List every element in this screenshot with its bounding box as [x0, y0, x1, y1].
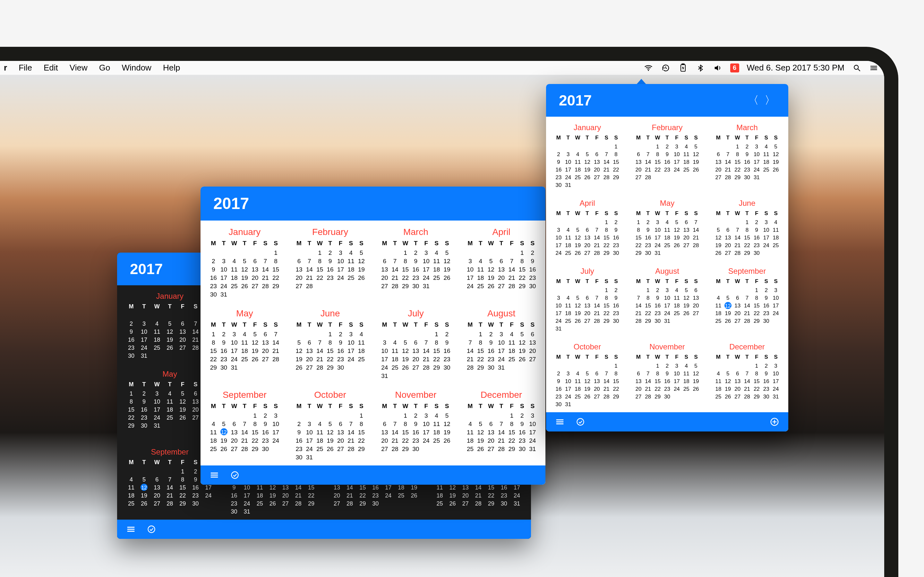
day-cell[interactable]: 7 [643, 370, 653, 378]
day-cell[interactable]: 3 [672, 362, 682, 370]
day-cell[interactable] [442, 372, 452, 380]
day-cell[interactable]: 3 [421, 249, 431, 257]
day-cell[interactable]: 20 [583, 242, 592, 250]
day-cell[interactable]: 13 [330, 484, 343, 492]
day-cell[interactable] [527, 364, 538, 372]
day-cell[interactable]: 16 [761, 378, 771, 385]
day-cell[interactable] [634, 287, 643, 294]
day-cell[interactable]: 25 [395, 492, 407, 500]
day-cell[interactable]: 5 [691, 362, 701, 370]
day-cell[interactable]: 12 [400, 347, 410, 355]
menu-icon[interactable] [126, 524, 136, 535]
day-cell[interactable]: 18 [475, 274, 486, 282]
day-cell[interactable]: 8 [400, 257, 410, 266]
day-cell[interactable]: 11 [125, 484, 137, 492]
day-cell[interactable]: 4 [682, 143, 691, 151]
day-cell[interactable]: 3 [380, 338, 390, 347]
day-cell[interactable]: 15 [431, 347, 441, 355]
day-cell[interactable]: 10 [241, 484, 254, 492]
day-cell[interactable]: 16 [662, 158, 672, 166]
day-cell[interactable]: 25 [208, 445, 218, 453]
day-cell[interactable]: 29 [517, 282, 527, 290]
day-cell[interactable]: 7 [592, 226, 602, 234]
day-cell[interactable]: 8 [325, 338, 335, 347]
day-cell[interactable]: 22 [733, 166, 742, 174]
day-cell[interactable] [239, 412, 250, 420]
day-cell[interactable]: 11 [356, 338, 367, 347]
menu-icon[interactable] [209, 470, 220, 480]
day-cell[interactable]: 15 [742, 234, 752, 242]
day-cell[interactable]: 2 [653, 287, 662, 294]
day-cell[interactable]: 8 [176, 476, 189, 484]
day-cell[interactable]: 29 [752, 318, 761, 325]
day-cell[interactable]: 4 [239, 330, 250, 338]
day-cell[interactable]: 14 [346, 428, 356, 437]
day-cell[interactable] [564, 143, 573, 151]
day-cell[interactable]: 10 [564, 158, 573, 166]
day-cell[interactable]: 4 [475, 257, 486, 266]
day-cell[interactable]: 12 [250, 338, 260, 347]
day-cell[interactable]: 28 [421, 364, 431, 372]
day-cell[interactable] [496, 249, 506, 257]
day-cell[interactable]: 30 [218, 364, 229, 372]
day-cell[interactable]: 5 [176, 390, 189, 398]
day-cell[interactable]: 27 [380, 445, 390, 453]
day-cell[interactable] [356, 282, 367, 290]
day-cell[interactable]: 11 [465, 428, 475, 437]
day-cell[interactable]: 18 [431, 428, 441, 437]
day-cell[interactable]: 21 [292, 492, 305, 500]
day-cell[interactable]: 4 [714, 294, 723, 302]
day-cell[interactable]: 6 [583, 226, 592, 234]
day-cell[interactable]: 21 [270, 347, 281, 355]
day-cell-today[interactable]: 12 [141, 484, 148, 491]
day-cell[interactable]: 13 [634, 378, 643, 385]
day-cell[interactable] [407, 500, 420, 508]
day-cell[interactable]: 13 [335, 428, 346, 437]
day-cell[interactable] [475, 249, 486, 257]
day-cell[interactable]: 31 [421, 282, 431, 290]
day-cell[interactable]: 2 [742, 143, 752, 151]
day-cell[interactable]: 12 [583, 378, 592, 385]
day-cell[interactable]: 5 [137, 476, 150, 484]
day-cell[interactable]: 21 [643, 166, 653, 174]
day-cell[interactable]: 31 [304, 453, 314, 462]
day-cell[interactable]: 14 [496, 428, 506, 437]
day-cell[interactable]: 8 [611, 370, 621, 378]
day-cell[interactable] [592, 181, 602, 189]
day-cell[interactable]: 3 [421, 412, 431, 420]
day-cell[interactable]: 26 [723, 393, 733, 401]
day-cell[interactable]: 19 [573, 242, 583, 250]
day-cell[interactable]: 22 [507, 437, 517, 445]
day-cell-today[interactable]: 12 [220, 428, 228, 435]
day-cell[interactable]: 16 [294, 437, 304, 445]
day-cell[interactable] [682, 393, 691, 401]
day-cell[interactable]: 24 [421, 274, 431, 282]
day-cell[interactable]: 2 [662, 362, 672, 370]
day-cell[interactable]: 17 [496, 347, 506, 355]
day-cell[interactable]: 11 [475, 266, 486, 274]
day-cell[interactable]: 21 [343, 492, 356, 500]
day-cell[interactable]: 23 [137, 414, 150, 422]
day-cell[interactable]: 21 [602, 166, 611, 174]
day-cell[interactable]: 27 [260, 355, 270, 364]
day-cell[interactable]: 23 [369, 492, 382, 500]
day-cell[interactable]: 24 [496, 355, 506, 364]
day-cell[interactable]: 22 [325, 355, 335, 364]
battery-icon[interactable] [678, 63, 688, 73]
day-cell[interactable]: 21 [742, 385, 752, 393]
day-cell[interactable]: 10 [771, 294, 780, 302]
day-cell[interactable]: 1 [125, 390, 137, 398]
day-cell[interactable] [239, 249, 250, 257]
day-cell[interactable] [335, 453, 346, 462]
day-cell[interactable]: 18 [507, 347, 517, 355]
day-cell[interactable]: 28 [691, 242, 701, 250]
day-cell[interactable] [411, 372, 421, 380]
day-cell[interactable]: 3 [554, 226, 564, 234]
day-cell[interactable]: 21 [643, 385, 653, 393]
day-cell[interactable]: 29 [602, 250, 611, 257]
day-cell[interactable]: 24 [218, 282, 229, 290]
day-cell[interactable]: 17 [229, 347, 239, 355]
day-cell[interactable]: 15 [475, 347, 486, 355]
day-cell[interactable]: 7 [315, 338, 325, 347]
day-cell[interactable]: 17 [752, 158, 761, 166]
